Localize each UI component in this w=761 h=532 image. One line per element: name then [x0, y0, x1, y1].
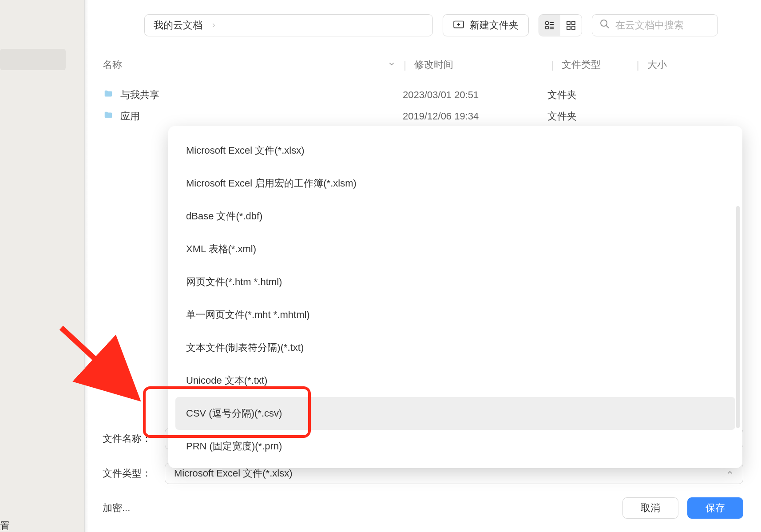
file-modified: 2019/12/06 19:34	[403, 111, 547, 122]
chevron-right-icon	[210, 20, 217, 31]
svg-rect-2	[546, 26, 548, 29]
column-headers: 名称 | 修改时间 | 文件类型 | 大小	[103, 56, 743, 74]
col-size[interactable]: 大小	[647, 58, 667, 71]
filetype-option[interactable]: 文本文件(制表符分隔)(*.txt)	[175, 331, 735, 364]
file-row[interactable]: 与我共享 2023/03/01 20:51 文件夹	[103, 84, 743, 106]
filetype-option[interactable]: 单一网页文件(*.mht *.mhtml)	[175, 298, 735, 331]
view-grid-icon[interactable]	[560, 15, 582, 36]
filetype-option[interactable]: 网页文件(*.htm *.html)	[175, 266, 735, 298]
file-name: 应用	[120, 110, 403, 123]
search-icon	[599, 19, 610, 32]
search-input[interactable]: 在云文档中搜索	[592, 14, 718, 36]
chevron-up-icon	[726, 468, 734, 479]
file-type: 文件夹	[547, 110, 627, 123]
encrypt-button[interactable]: 加密...	[103, 501, 130, 515]
col-modified[interactable]: 修改时间	[414, 58, 543, 71]
dialog-toolbar: 我的云文档 新建文件夹 在云文档中搜索	[85, 13, 761, 37]
save-button[interactable]: 保存	[687, 497, 743, 519]
filetype-option[interactable]: Unicode 文本(*.txt)	[175, 364, 735, 397]
scrollbar-thumb[interactable]	[736, 206, 740, 428]
folder-icon	[103, 110, 114, 123]
view-toggle[interactable]	[539, 14, 582, 36]
file-type: 文件夹	[547, 88, 627, 102]
file-name: 与我共享	[120, 88, 403, 102]
filetype-value: Microsoft Excel 文件(*.xlsx)	[174, 467, 292, 480]
sidebar-bottom-label: 置	[0, 520, 10, 532]
filetype-dropdown: Microsoft Excel 文件(*.xlsx)Microsoft Exce…	[168, 126, 742, 468]
search-placeholder: 在云文档中搜索	[615, 19, 684, 32]
app-sidebar: 置	[0, 0, 84, 532]
svg-rect-4	[572, 21, 575, 24]
svg-rect-5	[567, 26, 570, 29]
file-modified: 2023/03/01 20:51	[403, 89, 547, 101]
view-list-icon[interactable]	[539, 15, 560, 36]
svg-rect-6	[572, 26, 575, 29]
col-type[interactable]: 文件类型	[562, 58, 628, 71]
filetype-option[interactable]: Microsoft Excel 启用宏的工作簿(*.xlsm)	[175, 167, 735, 200]
breadcrumb-item[interactable]: 我的云文档	[154, 19, 202, 32]
svg-rect-3	[567, 21, 570, 24]
filetype-option[interactable]: PRN (固定宽度)(*.prn)	[175, 430, 735, 463]
col-name[interactable]: 名称	[103, 58, 396, 71]
filetype-option[interactable]: CSV (逗号分隔)(*.csv)	[175, 397, 735, 430]
sort-indicator-icon	[388, 59, 396, 71]
col-name-label: 名称	[103, 58, 122, 71]
filename-label: 文件名称：	[103, 432, 165, 445]
svg-point-7	[601, 20, 607, 26]
cancel-button[interactable]: 取消	[622, 497, 678, 519]
filetype-option[interactable]: XML 表格(*.xml)	[175, 233, 735, 266]
breadcrumb[interactable]: 我的云文档	[144, 14, 433, 36]
filetype-label: 文件类型：	[103, 467, 165, 480]
svg-rect-1	[546, 22, 548, 24]
sidebar-item-active[interactable]	[0, 49, 66, 70]
folder-icon	[103, 89, 114, 101]
filetype-option[interactable]: Microsoft Excel 文件(*.xlsx)	[175, 134, 735, 167]
new-folder-label: 新建文件夹	[470, 19, 519, 32]
new-folder-icon	[453, 18, 464, 32]
file-row[interactable]: 应用 2019/12/06 19:34 文件夹	[103, 106, 743, 127]
filetype-option[interactable]: dBase 文件(*.dbf)	[175, 200, 735, 233]
file-list: 与我共享 2023/03/01 20:51 文件夹 应用 2019/12/06 …	[103, 84, 743, 127]
new-folder-button[interactable]: 新建文件夹	[443, 14, 529, 36]
